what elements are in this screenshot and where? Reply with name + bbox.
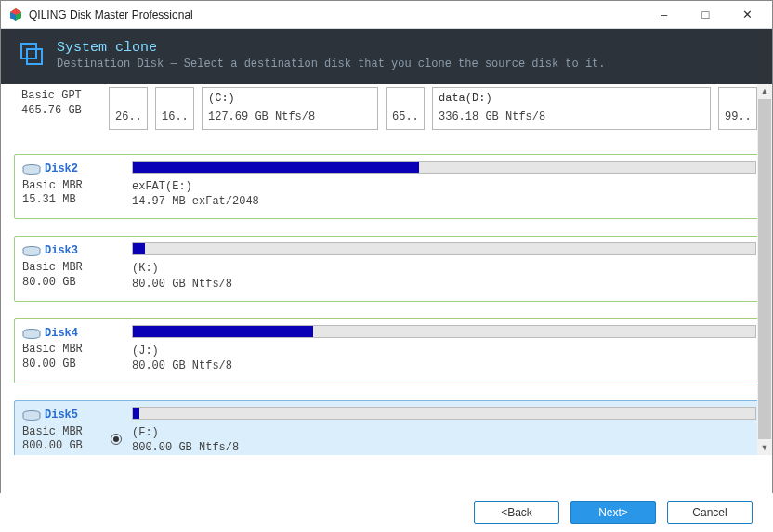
partition-stub: 65...	[392, 110, 418, 123]
partition-meta: 800.00 GB Ntfs/8	[132, 440, 756, 455]
partition-meta: 127.69 GB Ntfs/8	[208, 110, 372, 123]
svg-rect-4	[27, 49, 42, 64]
disk-type: Basic GPT	[21, 89, 99, 104]
disk-name: Disk2	[45, 162, 78, 177]
partition-name: (J:)	[132, 344, 756, 358]
svg-rect-3	[21, 44, 36, 58]
partition-name: exFAT(E:)	[132, 179, 756, 194]
scroll-up-icon[interactable]: ▲	[757, 84, 772, 98]
disk-size: 15.31 MB	[22, 193, 100, 208]
disk-name: Disk3	[45, 244, 78, 259]
disk-row-2[interactable]: Disk2 Basic MBR 15.31 MB exFAT(E:) 14.97…	[14, 154, 765, 219]
disk-type: Basic MBR	[22, 425, 100, 440]
partition-name: (F:)	[132, 425, 756, 440]
disk-icon	[22, 164, 41, 175]
disk-row-3[interactable]: Disk3 Basic MBR 80.00 GB (K:) 80.00 GB N…	[14, 236, 765, 301]
back-button[interactable]: <Back	[474, 501, 559, 524]
partition-name: (K:)	[132, 261, 756, 276]
partition-name: data(D:)	[439, 92, 704, 105]
partition-stub: 26...	[115, 110, 141, 123]
disk-icon	[22, 246, 41, 257]
close-button[interactable]: ✕	[727, 1, 768, 29]
disk-type: Basic MBR	[22, 261, 100, 276]
page-header: System clone Destination Disk — Select a…	[1, 29, 772, 84]
partition-meta: 80.00 GB Ntfs/8	[132, 277, 756, 292]
page-subtitle: Destination Disk — Select a destination …	[57, 58, 606, 71]
page-title: System clone	[57, 40, 606, 56]
partition-meta: 80.00 GB Ntfs/8	[132, 358, 756, 373]
disk-type: Basic MBR	[22, 343, 100, 357]
scroll-thumb[interactable]	[758, 99, 771, 439]
disk-icon	[22, 410, 41, 422]
disk-type: Basic MBR	[22, 179, 100, 194]
scrollbar[interactable]: ▲ ▼	[757, 84, 772, 455]
partition-meta: 336.18 GB Ntfs/8	[439, 110, 704, 123]
minimize-button[interactable]: –	[643, 1, 685, 29]
next-button[interactable]: Next>	[570, 501, 656, 524]
select-radio[interactable]	[111, 434, 122, 445]
disk-row-5[interactable]: Disk5 Basic MBR 800.00 GB (F:) 800.00 GB…	[14, 400, 765, 455]
partition-stub: 16...	[162, 110, 188, 123]
usage-bar	[132, 161, 756, 174]
disk-size: 465.76 GB	[21, 104, 99, 119]
disk-row-4[interactable]: Disk4 Basic MBR 80.00 GB (J:) 80.00 GB N…	[14, 318, 765, 383]
usage-bar	[132, 325, 756, 338]
disk-row-0[interactable]: Basic GPT 465.76 GB 26... 16... (C:) 127…	[14, 84, 765, 139]
disk-size: 800.00 GB	[22, 439, 100, 454]
window-title: QILING Disk Master Professional	[29, 8, 643, 21]
cancel-button[interactable]: Cancel	[667, 501, 753, 524]
scroll-down-icon[interactable]: ▼	[757, 440, 772, 455]
partition-name: (C:)	[208, 92, 372, 105]
partition-stub: 99...	[725, 110, 751, 123]
maximize-button[interactable]: □	[685, 1, 727, 29]
disk-size: 80.00 GB	[22, 357, 100, 372]
usage-bar	[132, 242, 756, 255]
disk-list: Basic GPT 465.76 GB 26... 16... (C:) 127…	[1, 84, 772, 455]
partition-meta: 14.97 MB exFat/2048	[132, 194, 756, 209]
usage-bar	[132, 407, 756, 420]
wizard-footer: <Back Next> Cancel	[0, 493, 773, 532]
disk-size: 80.00 GB	[22, 276, 100, 291]
disk-name: Disk4	[45, 327, 78, 342]
disk-name: Disk5	[45, 409, 78, 423]
app-logo-icon	[8, 7, 23, 22]
clone-icon	[20, 42, 44, 66]
titlebar: QILING Disk Master Professional – □ ✕	[1, 1, 772, 29]
disk-icon	[22, 329, 41, 340]
